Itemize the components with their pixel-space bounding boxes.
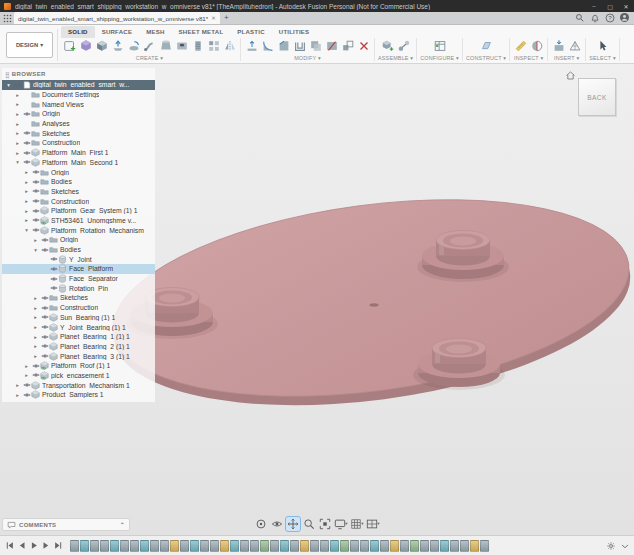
visibility-eye-icon[interactable] bbox=[22, 111, 31, 117]
chevron-right-icon[interactable]: ▸ bbox=[22, 208, 31, 214]
tree-item[interactable]: ▸Platform_Roof (1) 1 bbox=[2, 361, 155, 371]
chevron-right-icon[interactable]: ▸ bbox=[13, 121, 22, 127]
visibility-eye-icon[interactable] bbox=[49, 285, 58, 291]
chevron-right-icon[interactable]: ▸ bbox=[13, 101, 22, 107]
timeline-solid-feature[interactable] bbox=[100, 540, 109, 552]
chevron-right-icon[interactable]: ▸ bbox=[22, 217, 31, 223]
visibility-eye-icon[interactable] bbox=[40, 237, 49, 243]
zoom-icon[interactable] bbox=[302, 517, 316, 531]
new-tab-button[interactable]: + bbox=[220, 12, 233, 24]
timeline-component-feature[interactable] bbox=[340, 540, 349, 552]
home-view-icon[interactable] bbox=[565, 67, 576, 78]
tree-item[interactable]: ▸Named Views bbox=[2, 99, 155, 109]
timeline-solid-feature[interactable] bbox=[310, 540, 319, 552]
visibility-eye-icon[interactable] bbox=[40, 353, 49, 359]
panel-grip-icon[interactable]: ⣿ bbox=[5, 71, 9, 78]
group-label-modify[interactable]: MODIFY ▾ bbox=[294, 55, 321, 61]
chevron-right-icon[interactable]: ▸ bbox=[31, 237, 40, 243]
chevron-right-icon[interactable]: ▸ bbox=[31, 305, 40, 311]
fit-icon[interactable] bbox=[318, 517, 332, 531]
look-at-icon[interactable] bbox=[270, 517, 284, 531]
notification-bell-icon[interactable] bbox=[589, 12, 600, 23]
timeline-sketch-feature[interactable] bbox=[140, 540, 149, 552]
ribbon-tab-solid[interactable]: SOLID bbox=[61, 26, 95, 38]
tree-item[interactable]: ▸Document Settings bbox=[2, 90, 155, 100]
step-forward-button[interactable] bbox=[40, 539, 51, 552]
tree-item[interactable]: Face_Platform bbox=[2, 264, 155, 274]
visibility-eye-icon[interactable] bbox=[31, 217, 40, 223]
timeline-solid-feature[interactable] bbox=[290, 540, 299, 552]
sweep-icon[interactable] bbox=[142, 38, 157, 54]
user-avatar[interactable] bbox=[619, 12, 630, 23]
visibility-eye-icon[interactable] bbox=[40, 314, 49, 320]
chevron-down-icon[interactable]: ▾ bbox=[13, 159, 22, 165]
timeline-joint-feature[interactable] bbox=[470, 540, 479, 552]
visibility-eye-icon[interactable] bbox=[40, 324, 49, 330]
comments-bar[interactable]: COMMENTS ⌃ bbox=[2, 518, 130, 531]
timeline-solid-feature[interactable] bbox=[120, 540, 129, 552]
create-sketch-icon[interactable] bbox=[62, 38, 77, 54]
combine-icon[interactable] bbox=[308, 38, 323, 54]
group-label-insert[interactable]: INSERT ▾ bbox=[554, 55, 579, 61]
fillet-icon[interactable] bbox=[260, 38, 275, 54]
chevron-down-icon[interactable]: ▾ bbox=[31, 247, 40, 253]
visibility-eye-icon[interactable] bbox=[40, 305, 49, 311]
timeline-solid-feature[interactable] bbox=[150, 540, 159, 552]
go-to-start-button[interactable] bbox=[4, 539, 15, 552]
tab-close-icon[interactable]: ✕ bbox=[211, 15, 216, 21]
timeline-solid-feature[interactable] bbox=[90, 540, 99, 552]
chevron-right-icon[interactable]: ▸ bbox=[22, 188, 31, 194]
pattern-icon[interactable] bbox=[206, 38, 221, 54]
chevron-right-icon[interactable]: ▸ bbox=[13, 111, 22, 117]
group-label-configure[interactable]: CONFIGURE ▾ bbox=[420, 55, 459, 61]
timeline-solid-feature[interactable] bbox=[430, 540, 439, 552]
timeline-solid-feature[interactable] bbox=[320, 540, 329, 552]
ribbon-tab-sheet-metal[interactable]: SHEET METAL bbox=[172, 26, 231, 38]
timeline-component-feature[interactable] bbox=[260, 540, 269, 552]
timeline-sketch-feature[interactable] bbox=[80, 540, 89, 552]
extrude-icon[interactable] bbox=[110, 38, 125, 54]
ribbon-tab-surface[interactable]: SURFACE bbox=[95, 26, 140, 38]
timeline-solid-feature[interactable] bbox=[380, 540, 389, 552]
tree-item[interactable]: ▸Product_Samplers 1 bbox=[2, 390, 155, 400]
visibility-eye-icon[interactable] bbox=[22, 392, 31, 398]
visibility-eye-icon[interactable] bbox=[22, 382, 31, 388]
workspace-switcher[interactable]: DESIGN ▾ bbox=[6, 32, 53, 58]
grid-settings-icon[interactable]: ▾ bbox=[350, 517, 364, 531]
go-to-end-button[interactable] bbox=[52, 539, 63, 552]
timeline-joint-feature[interactable] bbox=[300, 540, 309, 552]
visibility-eye-icon[interactable] bbox=[31, 208, 40, 214]
timeline-solid-feature[interactable] bbox=[360, 540, 369, 552]
visibility-eye-icon[interactable] bbox=[40, 334, 49, 340]
minimize-button[interactable]: – bbox=[586, 0, 602, 12]
tree-item[interactable]: ▸Analyses bbox=[2, 119, 155, 129]
delete-icon[interactable] bbox=[356, 38, 371, 54]
chevron-right-icon[interactable]: ▸ bbox=[22, 372, 31, 378]
timeline-solid-feature[interactable] bbox=[480, 540, 489, 552]
group-label-create[interactable]: CREATE ▾ bbox=[136, 55, 163, 61]
create-form-icon[interactable] bbox=[78, 38, 93, 54]
insert-mesh-icon[interactable] bbox=[567, 38, 582, 54]
document-tab[interactable]: digital_twin_enabled_smart_shipping_work… bbox=[14, 12, 220, 24]
chevron-down-icon[interactable]: ▾ bbox=[4, 82, 13, 88]
timeline-joint-feature[interactable] bbox=[390, 540, 399, 552]
timeline-solid-feature[interactable] bbox=[240, 540, 249, 552]
chevron-right-icon[interactable]: ▸ bbox=[22, 363, 31, 369]
measure-icon[interactable] bbox=[513, 38, 528, 54]
tree-item[interactable]: ▸Planet_Bearing_3 (1) 1 bbox=[2, 351, 155, 361]
viewports-icon[interactable]: ▾ bbox=[366, 517, 380, 531]
visibility-eye-icon[interactable] bbox=[31, 188, 40, 194]
loft-icon[interactable] bbox=[158, 38, 173, 54]
tree-item[interactable]: ▸Construction bbox=[2, 196, 155, 206]
timeline-solid-feature[interactable] bbox=[200, 540, 209, 552]
chevron-right-icon[interactable]: ▸ bbox=[13, 392, 22, 398]
tree-item[interactable]: ▸Transportation_Mechanism 1 bbox=[2, 380, 155, 390]
chevron-down-icon[interactable]: ▾ bbox=[22, 227, 31, 233]
timeline-sketch-feature[interactable] bbox=[440, 540, 449, 552]
select-icon[interactable] bbox=[595, 38, 610, 54]
timeline-solid-feature[interactable] bbox=[450, 540, 459, 552]
press-pull-icon[interactable] bbox=[244, 38, 259, 54]
chevron-right-icon[interactable]: ▸ bbox=[13, 140, 22, 146]
tree-item[interactable]: ▸Platform_Gear_System (1) 1 bbox=[2, 206, 155, 216]
timeline-joint-feature[interactable] bbox=[220, 540, 229, 552]
